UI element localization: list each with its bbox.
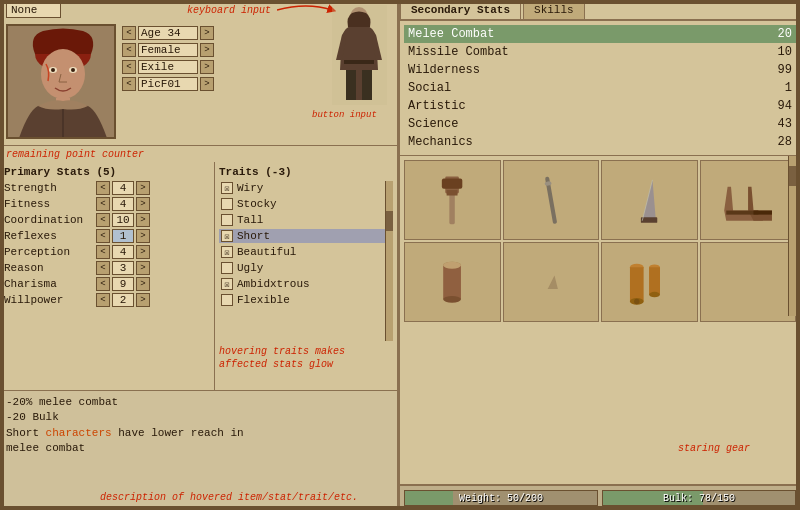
trait-flexible[interactable]: Flexible — [219, 293, 393, 307]
charisma-value: 9 — [112, 277, 134, 291]
strength-dec-btn[interactable]: < — [96, 181, 110, 195]
equip-slot-2[interactable] — [503, 160, 600, 240]
portrait-value: PicF01 — [138, 77, 198, 91]
stat-row-perception: Perception < 4 > — [4, 245, 210, 259]
left-panel: None keyboard input — [0, 0, 400, 510]
ss-row-wilderness[interactable]: Wilderness 99 — [404, 61, 796, 79]
coord-inc-btn[interactable]: > — [136, 213, 150, 227]
reflexes-dec-btn[interactable]: < — [96, 229, 110, 243]
trait-tall[interactable]: Tall — [219, 213, 393, 227]
stat-name-reflexes: Reflexes — [4, 230, 94, 242]
svg-point-32 — [649, 292, 660, 297]
equipment-scrollbar-thumb[interactable] — [789, 166, 800, 186]
ss-row-missile[interactable]: Missile Combat 10 — [404, 43, 796, 61]
perception-dec-btn[interactable]: < — [96, 245, 110, 259]
fitness-dec-btn[interactable]: < — [96, 197, 110, 211]
keyboard-arrow-icon — [277, 0, 337, 20]
ss-row-artistic[interactable]: Artistic 94 — [404, 97, 796, 115]
faction-prev-btn[interactable]: < — [122, 60, 136, 74]
description-annotation: description of hovered item/stat/trait/e… — [100, 491, 358, 505]
trait-wiry-checkbox[interactable]: ☒ — [221, 182, 233, 194]
portrait-prev-btn[interactable]: < — [122, 77, 136, 91]
trait-beautiful[interactable]: ☒ Beautiful — [219, 245, 393, 259]
stat-name-reason: Reason — [4, 262, 94, 274]
trait-ugly-checkbox[interactable] — [221, 262, 233, 274]
equip-slot-7[interactable] — [601, 242, 698, 322]
charisma-dec-btn[interactable]: < — [96, 277, 110, 291]
none-dropdown[interactable]: None — [6, 2, 61, 18]
trait-short[interactable]: ☒ Short — [219, 229, 393, 243]
desc-characters-highlight: characters — [46, 427, 112, 439]
trait-wiry[interactable]: ☒ Wiry — [219, 181, 393, 195]
portrait-svg — [8, 26, 116, 139]
button-annotation: button input — [312, 110, 377, 120]
faction-row: < Exile > — [122, 60, 214, 74]
ss-wilderness-value: 99 — [762, 63, 792, 77]
reflexes-inc-btn[interactable]: > — [136, 229, 150, 243]
trait-ambidextrous-checkbox[interactable]: ☒ — [221, 278, 233, 290]
age-next-btn[interactable]: > — [200, 26, 214, 40]
keyboard-annotation: keyboard input — [187, 0, 337, 20]
gender-prev-btn[interactable]: < — [122, 43, 136, 57]
ss-mechanics-name: Mechanics — [408, 135, 762, 149]
faction-next-btn[interactable]: > — [200, 60, 214, 74]
stat-row-strength: Strength < 4 > — [4, 181, 210, 195]
trait-ugly[interactable]: Ugly — [219, 261, 393, 275]
age-prev-btn[interactable]: < — [122, 26, 136, 40]
coord-dec-btn[interactable]: < — [96, 213, 110, 227]
tab-skills[interactable]: Skills — [523, 0, 585, 19]
secondary-stats-table: Melee Combat 20 Missile Combat 10 Wilder… — [400, 21, 800, 155]
equip-slot-1[interactable] — [404, 160, 501, 240]
stat-row-charisma: Charisma < 9 > — [4, 277, 210, 291]
ss-artistic-value: 94 — [762, 99, 792, 113]
right-panel: Secondary Stats Skills Melee Combat 20 M… — [400, 0, 800, 510]
cylinder-icon — [419, 255, 485, 310]
portrait-box — [6, 24, 116, 139]
svg-rect-12 — [362, 70, 372, 100]
traits-scrollbar[interactable] — [385, 181, 393, 341]
equip-slot-6[interactable] — [503, 242, 600, 322]
ss-row-social[interactable]: Social 1 — [404, 79, 796, 97]
ss-row-melee[interactable]: Melee Combat 20 — [404, 25, 796, 43]
ss-row-mechanics[interactable]: Mechanics 28 — [404, 133, 796, 151]
trait-flexible-checkbox[interactable] — [221, 294, 233, 306]
ss-mechanics-value: 28 — [762, 135, 792, 149]
bulk-bar: Bulk: 78/150 — [602, 490, 796, 506]
stat-name-perception: Perception — [4, 246, 94, 258]
gender-value: Female — [138, 43, 198, 57]
trait-stocky[interactable]: Stocky — [219, 197, 393, 211]
reason-inc-btn[interactable]: > — [136, 261, 150, 275]
portrait-next-btn[interactable]: > — [200, 77, 214, 91]
trait-stocky-checkbox[interactable] — [221, 198, 233, 210]
traits-scroll-area[interactable]: ☒ Wiry Stocky Tall ☒ Short — [219, 181, 393, 341]
tab-secondary-stats[interactable]: Secondary Stats — [400, 0, 521, 19]
trait-short-checkbox[interactable]: ☒ — [221, 230, 233, 242]
trait-stocky-label: Stocky — [237, 198, 277, 210]
stat-row-willpower: Willpower < 2 > — [4, 293, 210, 307]
gender-next-btn[interactable]: > — [200, 43, 214, 57]
strength-inc-btn[interactable]: > — [136, 181, 150, 195]
charisma-inc-btn[interactable]: > — [136, 277, 150, 291]
willpower-dec-btn[interactable]: < — [96, 293, 110, 307]
trait-tall-checkbox[interactable] — [221, 214, 233, 226]
traits-scrollbar-thumb[interactable] — [386, 211, 393, 231]
perception-inc-btn[interactable]: > — [136, 245, 150, 259]
svg-rect-27 — [630, 267, 644, 301]
fitness-inc-btn[interactable]: > — [136, 197, 150, 211]
trait-beautiful-checkbox[interactable]: ☒ — [221, 246, 233, 258]
equip-slot-3[interactable] — [601, 160, 698, 240]
equipment-area: staring gear — [400, 155, 800, 484]
trait-flexible-label: Flexible — [237, 294, 290, 306]
primary-stats-header: Primary Stats (5) — [4, 166, 210, 178]
age-value: Age 34 — [138, 26, 198, 40]
equip-slot-8[interactable] — [700, 242, 797, 322]
equip-slot-5[interactable] — [404, 242, 501, 322]
equipment-scrollbar[interactable] — [788, 156, 800, 316]
stats-traits-section: Primary Stats (5) Strength < 4 > Fitness… — [0, 162, 397, 390]
reason-dec-btn[interactable]: < — [96, 261, 110, 275]
trait-ambidextrous[interactable]: ☒ Ambidxtrous — [219, 277, 393, 291]
ss-row-science[interactable]: Science 43 — [404, 115, 796, 133]
willpower-inc-btn[interactable]: > — [136, 293, 150, 307]
ss-missile-value: 10 — [762, 45, 792, 59]
equip-slot-4[interactable] — [700, 160, 797, 240]
